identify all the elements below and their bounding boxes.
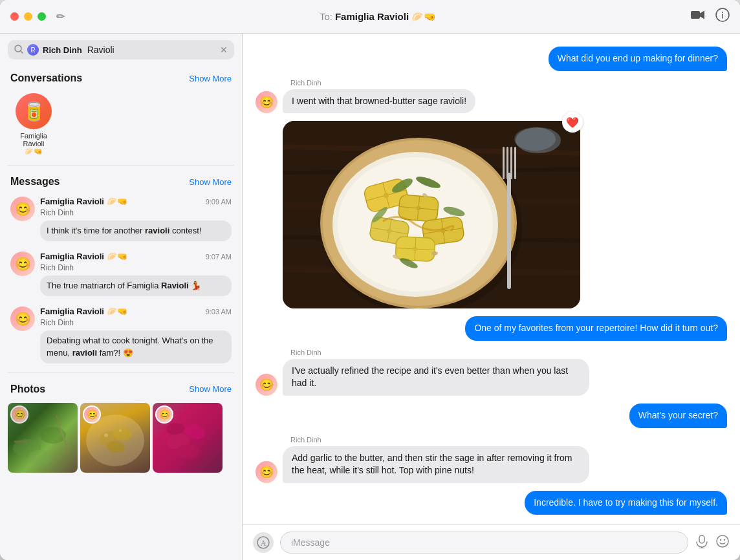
svg-rect-65 [514, 147, 516, 179]
message-avatar: 😊 [10, 307, 35, 331]
message-preview: The true matriarch of Famiglia Ravioli 💃 [40, 275, 232, 296]
video-call-icon[interactable] [691, 10, 705, 23]
conversation-name: FamigliaRavioli 🥟🤜 [18, 132, 49, 156]
recipient-emoji: 🥟🤜 [411, 11, 436, 23]
svg-point-2 [722, 12, 723, 13]
conversations-title: Conversations [10, 72, 82, 84]
svg-point-16 [104, 433, 108, 437]
emoji-button[interactable] [715, 534, 730, 552]
chat-bubble-sent: What did you end up making for dinner? [549, 47, 727, 71]
message-row-received: 😊 Rich Dinh Add garlic to the butter, an… [256, 436, 727, 483]
conversation-item[interactable]: 🥫 FamigliaRavioli 🥟🤜 [8, 88, 60, 161]
traffic-lights [10, 12, 46, 21]
sidebar: R Rich Dinh Ravioli ✕ Conversations Show… [0, 34, 243, 560]
search-icon [14, 45, 23, 56]
svg-text:A: A [261, 539, 267, 548]
message-time: 9:03 AM [206, 308, 232, 316]
message-sender: Famiglia Ravioli 🥟🤜 [40, 197, 127, 206]
fullscreen-button[interactable] [38, 12, 46, 21]
message-reaction[interactable]: ❤️ [562, 112, 583, 133]
photo-thumbnail[interactable]: 😊 [8, 403, 78, 473]
message-sender: Famiglia Ravioli 🥟🤜 [40, 307, 127, 316]
message-time: 9:09 AM [206, 198, 232, 206]
message-list-item[interactable]: 😊 Famiglia Ravioli 🥟🤜 9:07 AM Rich Dinh … [8, 246, 234, 301]
compose-button[interactable]: ✏ [56, 10, 65, 23]
svg-rect-63 [506, 147, 508, 179]
message-list-item[interactable]: 😊 Famiglia Ravioli 🥟🤜 9:03 AM Rich Dinh … [8, 301, 234, 368]
message-avatar: 😊 [10, 197, 35, 221]
chat-input-bar: A iMessage [243, 524, 740, 560]
message-time: 9:07 AM [206, 253, 232, 261]
sender-name: Rich Dinh [283, 349, 321, 356]
bubble-col: What did you end up making for dinner? [549, 47, 727, 71]
main-content: R Rich Dinh Ravioli ✕ Conversations Show… [0, 34, 740, 560]
bubble-col: Rich Dinh Add garlic to the butter, and … [283, 436, 589, 483]
apps-button[interactable]: A [253, 532, 274, 553]
titlebar: ✏ To: Famiglia Ravioli 🥟🤜 [0, 0, 740, 34]
svg-point-20 [177, 444, 199, 458]
sender-avatar: 😊 [256, 374, 278, 396]
close-button[interactable] [10, 12, 19, 21]
minimize-button[interactable] [24, 12, 32, 21]
image-wrapper: ❤️ [283, 121, 580, 308]
message-row-sent: What's your secret? [256, 404, 727, 428]
conversations-show-more[interactable]: Show More [189, 74, 232, 83]
message-sender: Famiglia Ravioli 🥟🤜 [40, 252, 127, 261]
chat-messages: What did you end up making for dinner? 😊… [243, 34, 740, 524]
info-icon[interactable] [715, 8, 730, 25]
chat-bubble-received: Add garlic to the butter, and then stir … [283, 446, 589, 483]
svg-rect-64 [510, 147, 512, 179]
chat-area: What did you end up making for dinner? 😊… [243, 34, 740, 560]
svg-line-5 [21, 51, 23, 53]
message-row-sent: One of my favorites from your repertoire… [256, 316, 727, 341]
message-avatar: 😊 [10, 252, 35, 276]
message-row-received: 😊 Rich Dinh I went with that browned-but… [256, 79, 727, 114]
svg-rect-61 [507, 173, 511, 289]
message-row-received: 😊 Rich Dinh I've actually refined the re… [256, 349, 727, 396]
message-sub: Rich Dinh [40, 263, 74, 272]
messages-title: Messages [10, 176, 60, 188]
search-contact-name: Rich Dinh [43, 45, 82, 55]
messages-window: ✏ To: Famiglia Ravioli 🥟🤜 [0, 0, 740, 560]
sidebar-scroll: Conversations Show More 🥫 FamigliaRaviol… [0, 66, 242, 560]
audio-input-icon[interactable] [695, 534, 709, 552]
svg-point-67 [514, 127, 556, 151]
bubble-col-image: ❤️ [283, 121, 580, 308]
header-icons [691, 8, 730, 25]
photos-title: Photos [10, 383, 45, 395]
bubble-col: Incredible. I have to try making this fo… [525, 491, 727, 515]
messages-list: 😊 Famiglia Ravioli 🥟🤜 9:09 AM Rich Dinh … [0, 191, 242, 369]
photos-show-more[interactable]: Show More [189, 384, 232, 394]
svg-point-75 [724, 539, 725, 540]
svg-point-74 [720, 539, 721, 540]
search-input-wrapper[interactable]: R Rich Dinh Ravioli ✕ [8, 40, 234, 59]
photo-thumbnail[interactable]: 😊 [80, 403, 150, 473]
message-content: Famiglia Ravioli 🥟🤜 9:07 AM Rich Dinh Th… [40, 252, 232, 296]
bubble-col: One of my favorites from your repertoire… [465, 316, 727, 341]
search-clear-button[interactable]: ✕ [220, 45, 228, 55]
chat-bubble-sent: One of my favorites from your repertoire… [465, 316, 727, 341]
message-row-sent: What did you end up making for dinner? [256, 47, 727, 71]
bubble-col: Rich Dinh I went with that browned-butte… [283, 79, 475, 114]
bubble-col: What's your secret? [629, 404, 727, 428]
message-list-item[interactable]: 😊 Famiglia Ravioli 🥟🤜 9:09 AM Rich Dinh … [8, 191, 234, 246]
message-input[interactable]: iMessage [280, 532, 688, 554]
contact-avatar-search: R [27, 44, 39, 56]
recipient-header: To: Famiglia Ravioli 🥟🤜 [65, 11, 691, 23]
message-preview: Debating what to cook tonight. What's on… [40, 330, 232, 363]
sender-name: Rich Dinh [283, 79, 321, 87]
image-bubble[interactable] [283, 121, 580, 308]
message-row-image: 😊 [256, 121, 727, 308]
bubble-col: Rich Dinh I've actually refined the reci… [283, 349, 589, 396]
search-bar: R Rich Dinh Ravioli ✕ [0, 34, 242, 66]
message-sub: Rich Dinh [40, 208, 74, 217]
chat-bubble-received: I've actually refined the recipe and it'… [283, 359, 589, 396]
conversation-avatar: 🥫 [16, 93, 52, 129]
recipient-label: To: [320, 11, 332, 22]
messages-show-more[interactable]: Show More [189, 177, 232, 187]
photo-thumbnail[interactable]: 😊 [153, 403, 223, 473]
svg-point-17 [119, 429, 122, 432]
svg-rect-70 [699, 535, 704, 543]
svg-point-21 [166, 422, 184, 435]
sender-avatar: 😊 [256, 461, 278, 483]
